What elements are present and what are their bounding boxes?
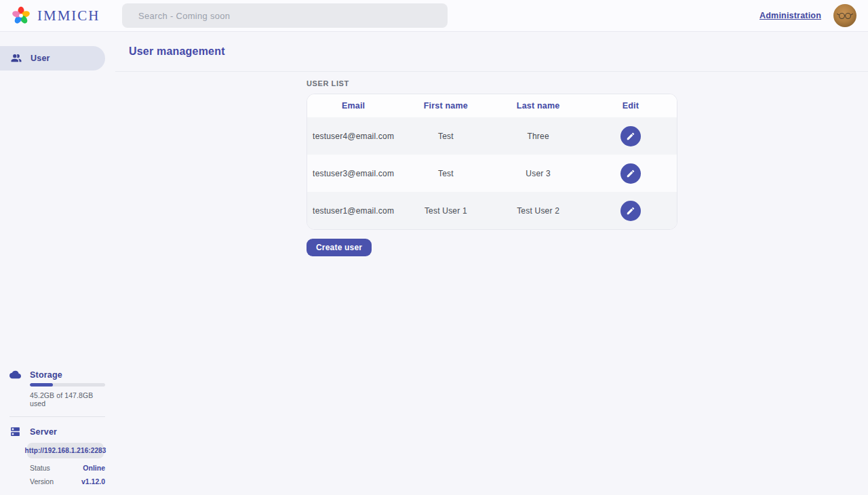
edit-user-button[interactable] — [620, 126, 641, 146]
page-title: User management — [129, 45, 225, 58]
user-avatar[interactable] — [833, 4, 856, 27]
page-header: User management — [115, 32, 868, 72]
sidebar-item-user[interactable]: User — [0, 46, 105, 71]
cell-last-name: Three — [492, 132, 585, 141]
column-header-last-name: Last name — [492, 101, 585, 111]
table-row: testuser4@email.com Test Three — [307, 117, 677, 155]
pencil-icon — [626, 132, 635, 141]
brand-name: IMMICH — [37, 7, 100, 24]
status-value: Online — [83, 464, 105, 472]
topbar-right: Administration — [760, 4, 868, 27]
top-bar: IMMICH Administration — [0, 0, 868, 32]
administration-link[interactable]: Administration — [760, 11, 821, 20]
sidebar-item-label: User — [31, 54, 50, 63]
version-value: v1.12.0 — [81, 477, 105, 486]
cell-last-name: User 3 — [492, 169, 585, 178]
immich-logo: IMMICH — [0, 5, 122, 26]
table-header-row: Email First name Last name Edit — [307, 94, 677, 117]
storage-title: Storage — [30, 370, 62, 380]
pencil-icon — [626, 206, 635, 216]
section-label: USER LIST — [307, 79, 677, 87]
storage-progress-bar — [30, 383, 105, 387]
glasses-icon — [836, 12, 854, 20]
immich-flower-icon — [10, 5, 32, 26]
server-status-row: Status Online — [30, 464, 105, 472]
column-header-email: Email — [307, 101, 399, 111]
cell-edit — [585, 201, 677, 221]
status-label: Status — [30, 464, 50, 472]
storage-header: Storage — [9, 369, 105, 380]
users-icon — [10, 52, 22, 64]
sidebar: User Storage 45.2GB of 147.8GB used Serv… — [0, 32, 115, 495]
cell-edit — [585, 163, 677, 184]
pencil-icon — [626, 169, 635, 178]
server-version-row: Version v1.12.0 — [30, 477, 105, 486]
cell-first-name: Test — [399, 132, 492, 141]
sidebar-footer: Storage 45.2GB of 147.8GB used Server ht… — [9, 369, 105, 486]
create-user-button[interactable]: Create user — [307, 239, 372, 256]
table-row: testuser1@email.com Test User 1 Test Use… — [307, 192, 677, 229]
cell-email: testuser1@email.com — [307, 206, 399, 216]
version-label: Version — [30, 477, 54, 486]
cell-first-name: Test — [399, 169, 492, 178]
server-url: http://192.168.1.216:2283 — [25, 447, 106, 454]
sidebar-divider — [9, 416, 105, 417]
server-url-pill: http://192.168.1.216:2283 — [27, 443, 104, 458]
cell-email: testuser3@email.com — [307, 169, 399, 178]
column-header-first-name: First name — [399, 101, 492, 111]
storage-progress-fill — [30, 383, 53, 387]
storage-usage-text: 45.2GB of 147.8GB used — [30, 391, 105, 408]
main-content: User management USER LIST Email First na… — [115, 32, 868, 495]
cell-last-name: Test User 2 — [492, 206, 585, 216]
cloud-icon — [9, 369, 21, 380]
edit-user-button[interactable] — [620, 201, 641, 221]
user-list-section: USER LIST Email First name Last name Edi… — [307, 79, 677, 256]
search-input[interactable] — [122, 3, 448, 28]
table-row: testuser3@email.com Test User 3 — [307, 155, 677, 192]
cell-edit — [585, 126, 677, 146]
cell-first-name: Test User 1 — [399, 206, 492, 216]
cell-email: testuser4@email.com — [307, 132, 399, 141]
column-header-edit: Edit — [585, 101, 677, 111]
user-table: Email First name Last name Edit testuser… — [307, 94, 677, 230]
server-title: Server — [30, 427, 57, 437]
server-header: Server — [9, 426, 105, 437]
edit-user-button[interactable] — [620, 163, 641, 184]
server-icon — [9, 426, 21, 437]
